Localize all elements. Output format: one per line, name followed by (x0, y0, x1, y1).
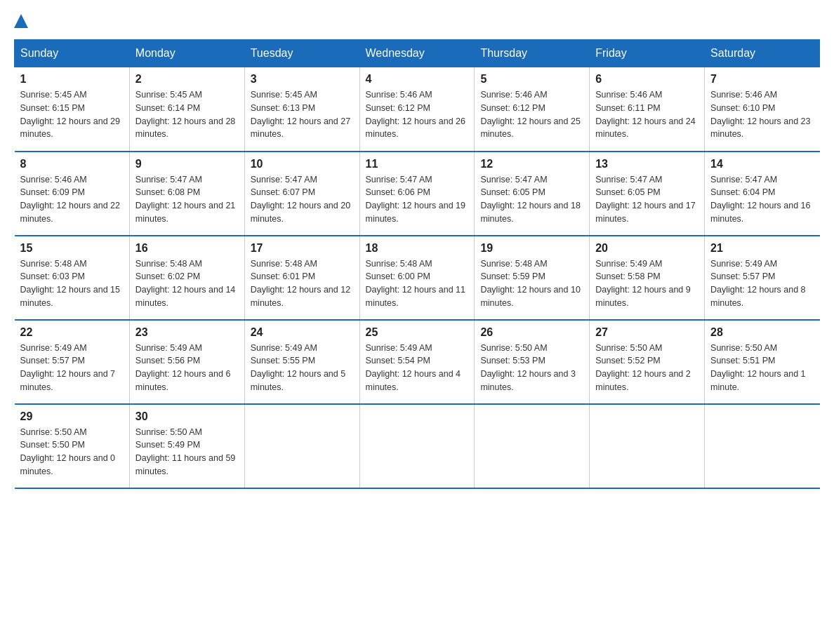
calendar-cell: 29 Sunrise: 5:50 AM Sunset: 5:50 PM Dayl… (15, 404, 130, 488)
day-info: Sunrise: 5:45 AM Sunset: 6:14 PM Dayligh… (135, 88, 239, 141)
calendar-cell (359, 404, 475, 488)
day-number: 25 (366, 326, 469, 339)
logo (14, 14, 29, 32)
calendar-week-row: 29 Sunrise: 5:50 AM Sunset: 5:50 PM Dayl… (15, 404, 820, 488)
day-number: 20 (595, 242, 699, 255)
calendar-table: SundayMondayTuesdayWednesdayThursdayFrid… (14, 39, 820, 489)
calendar-cell: 25 Sunrise: 5:49 AM Sunset: 5:54 PM Dayl… (359, 320, 475, 404)
logo-text (14, 14, 29, 32)
calendar-cell: 8 Sunrise: 5:46 AM Sunset: 6:09 PM Dayli… (15, 152, 130, 236)
day-info: Sunrise: 5:46 AM Sunset: 6:11 PM Dayligh… (595, 88, 699, 141)
column-header-wednesday: Wednesday (359, 40, 475, 67)
day-info: Sunrise: 5:47 AM Sunset: 6:07 PM Dayligh… (251, 173, 354, 226)
calendar-cell: 10 Sunrise: 5:47 AM Sunset: 6:07 PM Dayl… (244, 152, 359, 236)
calendar-cell: 1 Sunrise: 5:45 AM Sunset: 6:15 PM Dayli… (15, 67, 130, 152)
calendar-cell: 7 Sunrise: 5:46 AM Sunset: 6:10 PM Dayli… (705, 67, 820, 152)
calendar-cell: 17 Sunrise: 5:48 AM Sunset: 6:01 PM Dayl… (244, 236, 359, 320)
day-info: Sunrise: 5:45 AM Sunset: 6:15 PM Dayligh… (20, 88, 124, 141)
day-number: 19 (480, 242, 583, 255)
column-header-saturday: Saturday (705, 40, 820, 67)
day-info: Sunrise: 5:47 AM Sunset: 6:05 PM Dayligh… (480, 173, 583, 226)
day-number: 26 (480, 326, 583, 339)
day-number: 15 (20, 242, 124, 255)
calendar-cell: 16 Sunrise: 5:48 AM Sunset: 6:02 PM Dayl… (129, 236, 244, 320)
calendar-cell (705, 404, 820, 488)
day-number: 8 (20, 158, 124, 170)
calendar-cell: 30 Sunrise: 5:50 AM Sunset: 5:49 PM Dayl… (129, 404, 244, 488)
calendar-header-row: SundayMondayTuesdayWednesdayThursdayFrid… (15, 40, 820, 67)
column-header-friday: Friday (590, 40, 705, 67)
day-info: Sunrise: 5:46 AM Sunset: 6:12 PM Dayligh… (480, 88, 583, 141)
calendar-cell: 15 Sunrise: 5:48 AM Sunset: 6:03 PM Dayl… (15, 236, 130, 320)
calendar-cell: 21 Sunrise: 5:49 AM Sunset: 5:57 PM Dayl… (705, 236, 820, 320)
day-info: Sunrise: 5:47 AM Sunset: 6:06 PM Dayligh… (366, 173, 469, 226)
day-number: 14 (710, 158, 814, 170)
calendar-cell (244, 404, 359, 488)
day-info: Sunrise: 5:48 AM Sunset: 6:02 PM Dayligh… (135, 257, 239, 310)
day-number: 27 (595, 326, 699, 339)
column-header-thursday: Thursday (475, 40, 590, 67)
day-number: 23 (135, 326, 239, 339)
calendar-cell: 26 Sunrise: 5:50 AM Sunset: 5:53 PM Dayl… (475, 320, 590, 404)
calendar-cell: 24 Sunrise: 5:49 AM Sunset: 5:55 PM Dayl… (244, 320, 359, 404)
column-header-sunday: Sunday (15, 40, 130, 67)
calendar-cell: 19 Sunrise: 5:48 AM Sunset: 5:59 PM Dayl… (475, 236, 590, 320)
day-number: 17 (251, 242, 354, 255)
day-number: 11 (366, 158, 469, 170)
day-number: 30 (135, 410, 239, 423)
day-info: Sunrise: 5:49 AM Sunset: 5:58 PM Dayligh… (595, 257, 699, 310)
day-info: Sunrise: 5:46 AM Sunset: 6:09 PM Dayligh… (20, 173, 124, 226)
day-info: Sunrise: 5:50 AM Sunset: 5:52 PM Dayligh… (595, 342, 699, 394)
column-header-monday: Monday (129, 40, 244, 67)
day-number: 9 (135, 158, 239, 170)
svg-marker-0 (14, 14, 28, 28)
calendar-cell: 28 Sunrise: 5:50 AM Sunset: 5:51 PM Dayl… (705, 320, 820, 404)
day-info: Sunrise: 5:50 AM Sunset: 5:49 PM Dayligh… (135, 426, 239, 478)
day-info: Sunrise: 5:49 AM Sunset: 5:57 PM Dayligh… (20, 342, 124, 394)
calendar-cell: 9 Sunrise: 5:47 AM Sunset: 6:08 PM Dayli… (129, 152, 244, 236)
calendar-cell: 3 Sunrise: 5:45 AM Sunset: 6:13 PM Dayli… (244, 67, 359, 152)
day-number: 12 (480, 158, 583, 170)
calendar-cell: 13 Sunrise: 5:47 AM Sunset: 6:05 PM Dayl… (590, 152, 705, 236)
day-info: Sunrise: 5:48 AM Sunset: 6:00 PM Dayligh… (366, 257, 469, 310)
calendar-cell: 23 Sunrise: 5:49 AM Sunset: 5:56 PM Dayl… (129, 320, 244, 404)
day-number: 28 (710, 326, 814, 339)
calendar-cell: 22 Sunrise: 5:49 AM Sunset: 5:57 PM Dayl… (15, 320, 130, 404)
calendar-cell: 18 Sunrise: 5:48 AM Sunset: 6:00 PM Dayl… (359, 236, 475, 320)
day-info: Sunrise: 5:50 AM Sunset: 5:51 PM Dayligh… (710, 342, 814, 394)
day-info: Sunrise: 5:48 AM Sunset: 6:03 PM Dayligh… (20, 257, 124, 310)
day-number: 22 (20, 326, 124, 339)
calendar-cell: 6 Sunrise: 5:46 AM Sunset: 6:11 PM Dayli… (590, 67, 705, 152)
day-number: 16 (135, 242, 239, 255)
calendar-cell: 20 Sunrise: 5:49 AM Sunset: 5:58 PM Dayl… (590, 236, 705, 320)
day-number: 4 (366, 73, 469, 86)
day-info: Sunrise: 5:47 AM Sunset: 6:04 PM Dayligh… (710, 173, 814, 226)
day-number: 7 (710, 73, 814, 86)
day-info: Sunrise: 5:49 AM Sunset: 5:57 PM Dayligh… (710, 257, 814, 310)
calendar-week-row: 1 Sunrise: 5:45 AM Sunset: 6:15 PM Dayli… (15, 67, 820, 152)
calendar-cell: 14 Sunrise: 5:47 AM Sunset: 6:04 PM Dayl… (705, 152, 820, 236)
day-number: 29 (20, 410, 124, 423)
day-info: Sunrise: 5:46 AM Sunset: 6:10 PM Dayligh… (710, 88, 814, 141)
day-info: Sunrise: 5:50 AM Sunset: 5:53 PM Dayligh… (480, 342, 583, 394)
day-info: Sunrise: 5:48 AM Sunset: 5:59 PM Dayligh… (480, 257, 583, 310)
calendar-cell: 5 Sunrise: 5:46 AM Sunset: 6:12 PM Dayli… (475, 67, 590, 152)
day-number: 21 (710, 242, 814, 255)
day-info: Sunrise: 5:49 AM Sunset: 5:56 PM Dayligh… (135, 342, 239, 394)
day-info: Sunrise: 5:50 AM Sunset: 5:50 PM Dayligh… (20, 426, 124, 478)
calendar-cell: 2 Sunrise: 5:45 AM Sunset: 6:14 PM Dayli… (129, 67, 244, 152)
calendar-cell: 11 Sunrise: 5:47 AM Sunset: 6:06 PM Dayl… (359, 152, 475, 236)
calendar-cell: 27 Sunrise: 5:50 AM Sunset: 5:52 PM Dayl… (590, 320, 705, 404)
day-info: Sunrise: 5:46 AM Sunset: 6:12 PM Dayligh… (366, 88, 469, 141)
column-header-tuesday: Tuesday (244, 40, 359, 67)
day-number: 10 (251, 158, 354, 170)
day-number: 3 (251, 73, 354, 86)
day-number: 18 (366, 242, 469, 255)
day-info: Sunrise: 5:45 AM Sunset: 6:13 PM Dayligh… (251, 88, 354, 141)
calendar-week-row: 15 Sunrise: 5:48 AM Sunset: 6:03 PM Dayl… (15, 236, 820, 320)
calendar-cell: 4 Sunrise: 5:46 AM Sunset: 6:12 PM Dayli… (359, 67, 475, 152)
day-info: Sunrise: 5:47 AM Sunset: 6:08 PM Dayligh… (135, 173, 239, 226)
page-header (14, 14, 820, 32)
day-info: Sunrise: 5:49 AM Sunset: 5:55 PM Dayligh… (251, 342, 354, 394)
calendar-cell: 12 Sunrise: 5:47 AM Sunset: 6:05 PM Dayl… (475, 152, 590, 236)
